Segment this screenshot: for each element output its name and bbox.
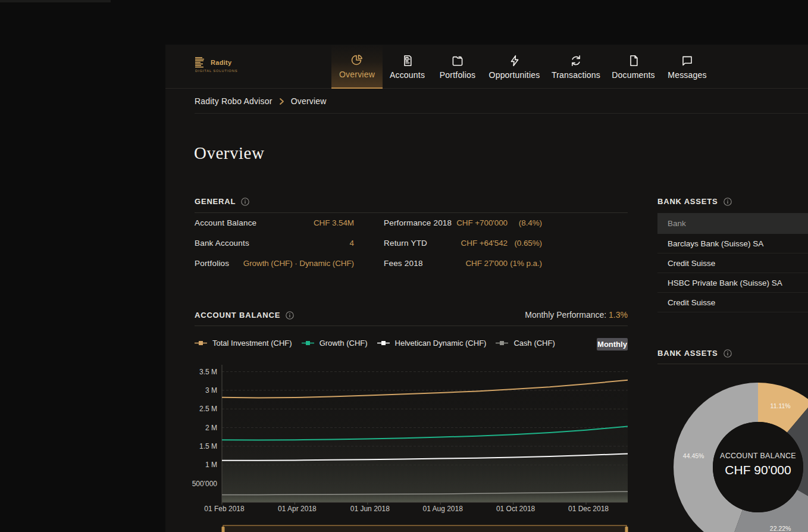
general-row: Fees 2018 CHF 27'000(1% p.a.) — [384, 253, 542, 273]
y-tick-label: 2 M — [205, 424, 217, 432]
legend-item[interactable]: Cash (CHF) — [496, 339, 555, 348]
legend-label: Cash (CHF) — [513, 339, 555, 348]
general-row: Bank Accounts 4 — [195, 233, 354, 253]
general-row-value: CHF 27'000 — [465, 259, 508, 268]
chart-legend: Total Investment (CHF) Growth (CHF) Helv… — [195, 339, 565, 348]
general-row-label: Bank Accounts — [195, 239, 249, 248]
donut-slice-label: 11.11% — [771, 402, 791, 409]
nav-tab-messages[interactable]: Messages — [660, 45, 714, 89]
repeat-icon — [569, 54, 582, 70]
lightning-icon — [508, 54, 521, 70]
general-row: Portfolios Growth (CHF) · Dynamic (CHF) — [195, 253, 354, 273]
general-table-right: Performance 2018 CHF +700'000(8.4%)Retur… — [384, 212, 542, 273]
bank-assets2-section-header: BANK ASSETS — [657, 345, 732, 361]
y-tick-label: 1 M — [205, 461, 217, 469]
general-section-title: GENERAL — [195, 197, 236, 206]
info-icon[interactable] — [241, 198, 249, 206]
general-table-left: Account Balance CHF 3.54MBank Accounts 4… — [195, 212, 354, 273]
bank-list-item[interactable]: Barclays Bank (Suisse) SA — [657, 234, 808, 254]
legend-item[interactable]: Helvetican Dynamic (CHF) — [377, 339, 487, 348]
nav-tab-portfolios[interactable]: Portfolios — [432, 45, 483, 89]
nav-tab-label: Messages — [668, 70, 706, 80]
legend-label: Total Investment (CHF) — [212, 339, 292, 348]
logo-row: Radity — [195, 57, 237, 68]
legend-marker-icon — [195, 340, 207, 346]
general-row-value: CHF +700'000 — [456, 218, 508, 227]
bank-assets2-title: BANK ASSETS — [657, 349, 718, 358]
bank-list-header-label: Bank — [668, 219, 686, 228]
general-row: Account Balance CHF 3.54M — [195, 212, 354, 233]
bank-assets-section-header: BANK ASSETS — [657, 193, 732, 209]
page-title: Overview — [194, 143, 264, 163]
brush-handle-right[interactable] — [625, 527, 628, 532]
legend-item[interactable]: Total Investment (CHF) — [195, 339, 292, 348]
radity-logo-icon — [195, 57, 205, 68]
chat-bubble-icon — [681, 54, 694, 70]
nav-tab-label: Accounts — [390, 70, 425, 80]
nav-tab-opportunities[interactable]: Opportunities — [483, 45, 546, 89]
balance-section-header: ACCOUNT BALANCE — [195, 307, 294, 323]
nav-tab-documents[interactable]: Documents — [606, 45, 660, 89]
general-row: Return YTD CHF +64'542(0.65%) — [384, 233, 542, 253]
legend-label: Growth (CHF) — [320, 339, 368, 348]
logo-subtitle: DIGITAL SOLUTIONS — [195, 69, 237, 73]
general-row: Performance 2018 CHF +700'000(8.4%) — [384, 212, 542, 233]
bank-list-item[interactable]: Credit Suisse — [657, 254, 808, 273]
general-row-value: 4 — [350, 239, 354, 248]
bank-list-item[interactable]: HSBC Private Bank (Suisse) SA — [657, 273, 808, 293]
nav-tab-label: Transactions — [552, 70, 600, 80]
nav-tab-label: Overview — [339, 70, 375, 79]
nav-tab-label: Portfolios — [440, 70, 475, 80]
y-tick-label: 3.5 M — [199, 368, 217, 376]
legend-label: Helvetican Dynamic (CHF) — [395, 339, 487, 348]
range-brush[interactable] — [222, 525, 628, 532]
breadcrumb-root[interactable]: Radity Robo Advisor — [195, 96, 273, 106]
bank-list-header: Bank — [657, 213, 808, 234]
bank-name: Credit Suisse — [668, 259, 715, 268]
general-row-value: CHF 3.54M — [314, 218, 354, 227]
legend-item[interactable]: Growth (CHF) — [302, 339, 368, 348]
y-tick-label: 500'000 — [192, 480, 218, 488]
balance-section-title: ACCOUNT BALANCE — [195, 311, 280, 320]
general-row-label: Fees 2018 — [384, 259, 423, 268]
nav-tab-accounts[interactable]: Accounts — [383, 45, 432, 89]
bank-name: Barclays Bank (Suisse) SA — [668, 239, 763, 248]
pie-chart-icon — [350, 54, 364, 70]
chevron-right-icon — [280, 98, 284, 105]
bank-assets2-divider — [657, 364, 808, 364]
radity-logo[interactable]: Radity DIGITAL SOLUTIONS — [195, 57, 237, 73]
monthly-performance: Monthly Performance: 1.3% — [525, 310, 628, 320]
legend-marker-icon — [496, 340, 508, 346]
app-header: Radity DIGITAL SOLUTIONS Overview Accoun… — [165, 45, 808, 89]
donut-center-value: CHF 90'000 — [725, 463, 791, 477]
nav-tab-label: Documents — [612, 70, 655, 80]
general-row-label: Performance 2018 — [384, 218, 452, 227]
x-tick-label: 01 Aug 2018 — [422, 505, 463, 513]
y-tick-label: 1.5 M — [199, 442, 217, 450]
general-row-label: Portfolios — [195, 259, 229, 268]
bank-assets-list: BankBarclays Bank (Suisse) SACredit Suis… — [657, 213, 808, 312]
breadcrumb: Radity Robo Advisor Overview — [195, 89, 327, 113]
main-nav: Overview Accounts Portfolios Opportuniti… — [331, 45, 714, 89]
info-icon[interactable] — [724, 349, 732, 358]
invoice-icon — [401, 54, 414, 70]
general-row-percent: (0.65%) — [508, 239, 542, 248]
nav-tab-label: Opportunities — [489, 70, 540, 80]
x-tick-label: 01 Oct 2018 — [496, 505, 535, 513]
general-row-label: Account Balance — [195, 218, 256, 227]
legend-marker-icon — [302, 340, 314, 346]
general-row-percent: (1% p.a.) — [508, 259, 542, 268]
general-section-header: GENERAL — [195, 193, 249, 209]
logo-title: Radity — [211, 59, 231, 66]
brush-handle-left[interactable] — [222, 527, 225, 532]
x-tick-label: 01 Feb 2018 — [204, 505, 245, 513]
bank-list-item[interactable]: Credit Suisse — [657, 293, 808, 312]
desktop-background: Radity DIGITAL SOLUTIONS Overview Accoun… — [0, 0, 808, 532]
period-toggle-button[interactable]: Monthly — [597, 338, 628, 351]
info-icon[interactable] — [286, 311, 294, 320]
info-icon[interactable] — [724, 198, 732, 206]
y-tick-label: 3 M — [205, 386, 217, 395]
nav-tab-transactions[interactable]: Transactions — [546, 45, 606, 89]
monthly-performance-value: 1.3% — [609, 310, 628, 320]
nav-tab-overview[interactable]: Overview — [331, 45, 383, 89]
